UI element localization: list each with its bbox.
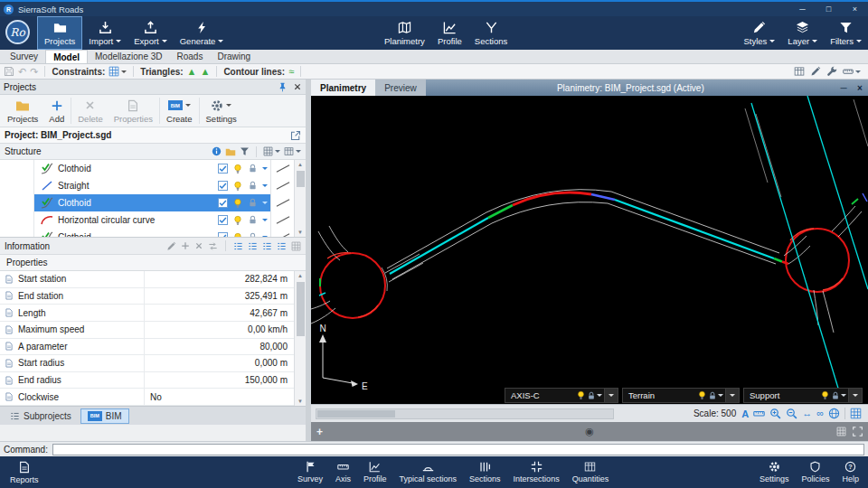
tab-subprojects[interactable]: Subprojects [4, 409, 78, 423]
tab-drawing[interactable]: Drawing [210, 50, 258, 63]
create-button[interactable]: BIM Create [161, 95, 198, 127]
lock-icon[interactable] [248, 232, 258, 238]
folder-button[interactable] [225, 146, 236, 157]
lightbulb-icon[interactable] [232, 198, 243, 209]
chevron-down-icon[interactable] [262, 236, 268, 238]
constraints-dropdown[interactable] [108, 66, 127, 77]
delete-button[interactable]: Delete [72, 95, 108, 127]
sections-button[interactable]: Sections [463, 461, 507, 483]
measure-tool-button[interactable] [843, 66, 861, 77]
scroll-down-arrow[interactable]: ▼ [297, 228, 303, 237]
tree-item-clothoid[interactable]: Clothoid [34, 160, 270, 177]
lightbulb-icon[interactable] [232, 215, 243, 226]
axis-button[interactable]: Axis [329, 461, 357, 483]
edit-button[interactable] [166, 241, 176, 251]
scroll-up-arrow[interactable]: ▲ [297, 160, 303, 169]
measure-icon[interactable] [753, 408, 765, 419]
scrollbar-thumb[interactable] [317, 410, 395, 418]
lightbulb-icon[interactable] [697, 390, 707, 400]
linestyle-preview[interactable] [270, 229, 294, 238]
tab-bim[interactable]: BIM BIM [80, 408, 129, 424]
tree-item-straight[interactable]: Straight [34, 177, 270, 194]
settings-button[interactable]: Settings [753, 461, 796, 483]
profile-button[interactable]: Profile [357, 461, 393, 483]
horizontal-scrollbar[interactable] [316, 408, 614, 419]
visibility-checkbox[interactable] [218, 215, 228, 225]
table-tool-button[interactable] [794, 66, 805, 77]
layer-dropdown-button[interactable] [604, 389, 618, 402]
lightbulb-icon[interactable] [820, 390, 830, 400]
policies-button[interactable]: Policies [795, 461, 835, 483]
scroll-down-arrow[interactable]: ▼ [297, 397, 303, 406]
tab-planimetry[interactable]: Planimetry [311, 80, 375, 96]
lock-icon[interactable] [248, 198, 258, 208]
lock-icon[interactable] [248, 181, 258, 191]
tab-model[interactable]: Model [45, 50, 88, 63]
properties-button[interactable]: Properties [108, 95, 158, 127]
open-external-icon[interactable] [290, 130, 301, 141]
continuous-zoom-icon[interactable]: ∞ [816, 408, 824, 418]
chevron-down-icon[interactable] [262, 219, 268, 221]
lightbulb-icon[interactable] [232, 181, 243, 192]
linestyle-preview[interactable] [270, 211, 294, 229]
projects-button[interactable]: Projects [2, 95, 43, 127]
align-list-button-2[interactable] [248, 241, 258, 251]
ribbon-export-button[interactable]: Export [127, 16, 173, 50]
intersections-button[interactable]: Intersections [507, 461, 566, 483]
lock-icon[interactable] [248, 164, 258, 174]
tab-roads[interactable]: Roads [170, 50, 211, 63]
ribbon-styles-button[interactable]: Styles [737, 16, 781, 50]
chevron-down-icon[interactable] [718, 394, 723, 397]
grid-view-button[interactable] [291, 241, 301, 251]
edit-tool-button[interactable] [810, 66, 821, 77]
contour-lines-button[interactable]: ≈ [288, 67, 294, 77]
lock-icon[interactable] [708, 391, 717, 400]
add-row-button[interactable] [181, 241, 190, 250]
typical-sections-button[interactable]: Typical sections [393, 461, 464, 483]
ribbon-planimetry-button[interactable]: Planimetry [378, 16, 431, 50]
cad-canvas[interactable]: N E AXIS-C Terrain [311, 96, 868, 404]
tree-item-circular-curve[interactable]: Horizontal circular curve [34, 211, 270, 229]
linestyle-preview[interactable] [270, 194, 294, 211]
zoom-in-icon[interactable] [769, 408, 781, 419]
visibility-checkbox[interactable] [218, 198, 228, 208]
chevron-down-icon[interactable] [841, 394, 846, 397]
settings-button[interactable]: Settings [201, 95, 242, 127]
pan-icon[interactable]: ↔ [802, 408, 812, 418]
ribbon-filters-button[interactable]: Filters [824, 16, 868, 50]
align-list-button-3[interactable] [262, 241, 272, 251]
view-mode-dropdown[interactable] [263, 146, 280, 156]
chevron-down-icon[interactable] [597, 394, 602, 397]
remove-row-button[interactable] [194, 241, 203, 250]
visibility-checkbox[interactable] [218, 164, 228, 174]
align-list-button-4[interactable] [277, 241, 287, 251]
align-list-button-1[interactable] [233, 241, 243, 251]
save-button[interactable] [4, 66, 14, 77]
triangles-edit-button[interactable]: ▲ [187, 67, 197, 77]
fullscreen-icon[interactable] [853, 427, 863, 436]
grid-view-icon[interactable] [850, 408, 862, 419]
scrollbar-thumb[interactable] [297, 171, 305, 187]
tab-modellazione-3d[interactable]: Modellazione 3D [88, 50, 170, 63]
info-button[interactable] [212, 146, 222, 156]
zoom-out-icon[interactable] [786, 408, 797, 419]
tree-scrollbar[interactable]: ▲ ▼ [294, 160, 306, 237]
filter-button[interactable] [240, 146, 250, 156]
globe-icon[interactable] [828, 408, 840, 419]
lock-icon[interactable] [831, 391, 840, 400]
ribbon-projects-button[interactable]: Projects [37, 16, 82, 50]
viewport-minimize-button[interactable]: ─ [835, 80, 852, 96]
layer-dropdown-button[interactable] [725, 389, 739, 402]
pin-icon[interactable] [278, 82, 288, 92]
tab-survey[interactable]: Survey [3, 50, 45, 63]
undo-button[interactable]: ↶ [18, 67, 26, 77]
quantities-button[interactable]: Quantities [566, 461, 616, 483]
close-button[interactable]: × [842, 2, 868, 16]
add-view-button[interactable]: + [316, 426, 323, 438]
visibility-checkbox[interactable] [218, 181, 228, 191]
properties-scrollbar[interactable]: ▲ ▼ [294, 271, 306, 406]
scroll-up-arrow[interactable]: ▲ [297, 271, 303, 280]
ribbon-import-button[interactable]: Import [82, 16, 127, 50]
wrench-tool-button[interactable] [826, 66, 837, 77]
help-button[interactable]: Help [835, 461, 865, 483]
